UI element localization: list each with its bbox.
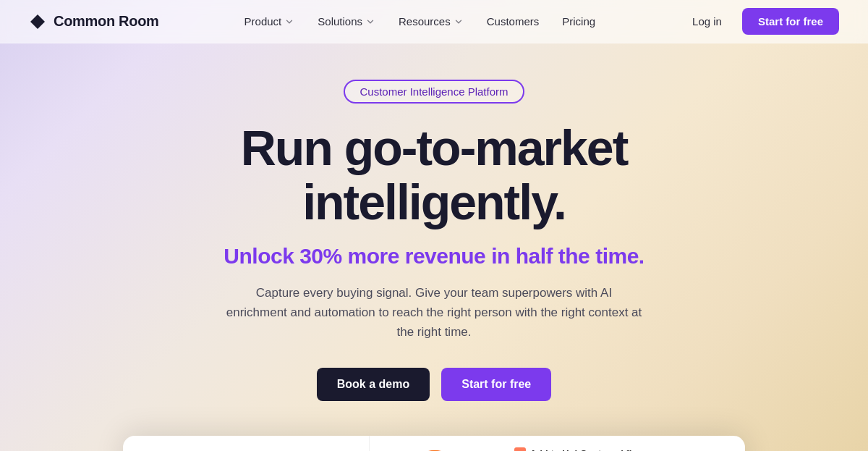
hero-subtitle: Unlock 30% more revenue in half the time… bbox=[224, 244, 644, 269]
preview-action-panel: H Add to HubSpot workflow Choose a seque… bbox=[500, 436, 746, 451]
preview-avatar-panel bbox=[370, 436, 500, 451]
dashboard-preview: Surge in product usage Visited pricing p… bbox=[123, 436, 745, 451]
hero-buttons: Book a demo Start for free bbox=[317, 368, 552, 401]
preview-action-title-text: Add to HubSpot workflow bbox=[530, 448, 645, 451]
nav-product-label: Product bbox=[244, 15, 282, 28]
nav-pricing[interactable]: Pricing bbox=[553, 11, 604, 32]
preview-action-title: H Add to HubSpot workflow bbox=[514, 447, 731, 451]
hero-section: Customer Intelligence Platform Run go-to… bbox=[0, 43, 868, 430]
nav-solutions-label: Solutions bbox=[318, 15, 362, 28]
nav-product[interactable]: Product bbox=[236, 11, 304, 32]
logo-icon bbox=[29, 13, 46, 30]
hero-badge-text: Customer Intelligence Platform bbox=[359, 85, 508, 98]
login-button[interactable]: Log in bbox=[681, 9, 733, 33]
hero-title-line2: intelligently. bbox=[302, 174, 566, 229]
hubspot-icon: H bbox=[514, 447, 526, 451]
nav-solutions[interactable]: Solutions bbox=[309, 11, 384, 32]
preview-signal-1: Surge in product usage bbox=[137, 447, 354, 451]
book-demo-button[interactable]: Book a demo bbox=[317, 368, 430, 401]
preview-signals-panel: Surge in product usage Visited pricing p… bbox=[123, 436, 370, 451]
nav-resources[interactable]: Resources bbox=[390, 11, 472, 32]
start-for-free-button[interactable]: Start for free bbox=[742, 8, 839, 35]
navbar: Common Room Product Solutions Resources … bbox=[0, 0, 868, 43]
logo-link[interactable]: Common Room bbox=[29, 13, 159, 30]
nav-customers-label: Customers bbox=[487, 15, 540, 28]
product-chevron-icon bbox=[284, 17, 294, 27]
nav-pricing-label: Pricing bbox=[562, 15, 595, 28]
nav-resources-label: Resources bbox=[399, 15, 451, 28]
hero-title: Run go-to-market intelligently. bbox=[241, 121, 628, 229]
hero-title-line1: Run go-to-market bbox=[241, 120, 628, 175]
nav-actions: Log in Start for free bbox=[681, 8, 839, 35]
solutions-chevron-icon bbox=[365, 17, 375, 27]
start-free-button[interactable]: Start for free bbox=[441, 368, 551, 401]
hero-description: Capture every buying signal. Give your t… bbox=[224, 283, 644, 342]
brand-name: Common Room bbox=[54, 13, 159, 30]
nav-links: Product Solutions Resources Customers Pr… bbox=[236, 11, 605, 32]
resources-chevron-icon bbox=[454, 17, 464, 27]
nav-customers[interactable]: Customers bbox=[478, 11, 548, 32]
hero-badge: Customer Intelligence Platform bbox=[344, 80, 524, 104]
